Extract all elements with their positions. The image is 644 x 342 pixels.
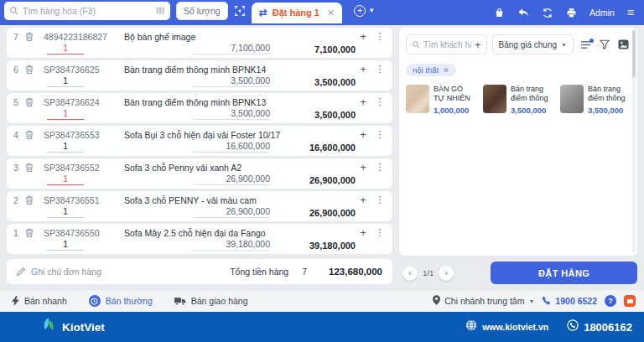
footer-right: www.kiotviet.vn 18006162 xyxy=(465,319,632,334)
row-menu-icon[interactable]: ⋮ xyxy=(374,64,386,75)
quantity-value[interactable]: 1 xyxy=(47,141,84,153)
mode-normal-sale[interactable]: Bán thường xyxy=(89,295,153,307)
increase-quantity-button[interactable]: + xyxy=(352,63,374,75)
trash-icon[interactable] xyxy=(25,65,44,75)
panel-scrollbar[interactable] xyxy=(632,30,636,253)
scrollbar-thumb[interactable] xyxy=(632,30,636,77)
active-filters-row: nội thất ✕ xyxy=(406,61,629,76)
line-total: 26,900,000 xyxy=(283,208,356,218)
add-tab-icon[interactable]: + xyxy=(354,5,366,17)
undo-return-icon[interactable] xyxy=(517,8,529,18)
quantity-value[interactable]: 1 xyxy=(47,239,84,251)
unit-price[interactable]: 7,100,000 xyxy=(193,43,270,54)
website-url: www.kiotviet.vn xyxy=(482,322,548,332)
swap-arrows-icon: ⇄ xyxy=(259,7,267,18)
row-menu-icon[interactable]: ⋮ xyxy=(374,96,386,107)
quantity-value[interactable]: 1 xyxy=(47,43,84,54)
order-tab[interactable]: ⇄ Đặt hàng 1 ✕ xyxy=(252,3,343,23)
add-customer-icon[interactable]: + xyxy=(475,39,481,51)
add-tab-control[interactable]: + ▼ xyxy=(354,5,375,17)
price-book-dropdown[interactable]: Bảng giá chung ▼ xyxy=(492,34,574,54)
sale-mode-bar: Bán nhanh Bán thường Bán giao hàng Chi n… xyxy=(0,289,644,312)
trash-icon[interactable] xyxy=(25,163,44,173)
product-card-price: 3,500,000 xyxy=(511,106,552,115)
line-total: 26,900,000 xyxy=(283,175,356,185)
increase-quantity-button[interactable]: + xyxy=(352,128,374,141)
product-card[interactable]: BÀN GỖ TỰ NHIÊN 1,000,000 xyxy=(406,85,475,115)
row-menu-icon[interactable]: ⋮ xyxy=(374,227,386,238)
hotline-link[interactable]: 18006162 xyxy=(567,319,632,334)
row-menu-icon[interactable]: ⋮ xyxy=(374,31,386,42)
tab-close-icon[interactable]: ✕ xyxy=(327,8,335,18)
line-total: 7,100,000 xyxy=(283,44,356,54)
remove-tag-icon[interactable]: ✕ xyxy=(443,66,449,75)
order-row: 1 SP384736550 Sofa Mây 2.5 chỗ hiện đại … xyxy=(7,224,392,254)
increase-quantity-button[interactable]: + xyxy=(352,161,374,174)
trash-icon[interactable] xyxy=(25,195,44,205)
tab-dropdown-caret-icon[interactable]: ▼ xyxy=(368,7,375,14)
sync-icon[interactable] xyxy=(542,8,553,18)
row-menu-icon[interactable]: ⋮ xyxy=(374,129,386,140)
shopping-bag-icon[interactable] xyxy=(494,8,505,18)
customer-search-input[interactable] xyxy=(423,40,471,49)
trash-icon[interactable] xyxy=(25,97,44,107)
row-menu-icon[interactable]: ⋮ xyxy=(374,162,386,173)
order-row: 2 SP384736551 Sofa 3 chỗ PENNY - vải màu… xyxy=(7,191,392,221)
page-next-button[interactable]: › xyxy=(439,266,454,281)
unit-price[interactable]: 3,500,000 xyxy=(193,75,270,87)
hamburger-menu-icon[interactable]: ≡ xyxy=(627,7,634,18)
trash-icon[interactable] xyxy=(25,32,44,42)
unit-price[interactable]: 26,900,000 xyxy=(193,174,270,185)
customer-search-box[interactable]: + xyxy=(406,34,487,54)
filter-tag[interactable]: nội thất ✕ xyxy=(406,64,456,76)
barcode-icon[interactable] xyxy=(156,3,165,18)
admin-user-label[interactable]: Admin xyxy=(589,8,615,18)
product-name: Sofa Mây 2.5 chỗ hiện đại da Fango xyxy=(124,228,352,238)
website-link[interactable]: www.kiotviet.vn xyxy=(465,319,548,334)
panel-bottom-row: ‹ 1/1 › ĐẶT HÀNG xyxy=(399,256,637,289)
product-card[interactable]: Bàn trang điểm thông minh.. 3,500,000 xyxy=(560,85,629,115)
mode-quick-sale[interactable]: Bán nhanh xyxy=(12,296,67,306)
quantity-value[interactable]: 1 xyxy=(47,75,84,87)
trash-icon[interactable] xyxy=(25,228,44,238)
product-image xyxy=(406,85,429,113)
product-code: SP384736624 xyxy=(44,97,124,107)
page-prev-button[interactable]: ‹ xyxy=(402,266,418,281)
quantity-value[interactable]: 1 xyxy=(47,206,84,218)
unit-price[interactable]: 39,180,000 xyxy=(193,239,270,251)
place-order-button[interactable]: ĐẶT HÀNG xyxy=(491,262,637,284)
order-note-input[interactable] xyxy=(31,267,230,277)
list-view-icon[interactable] xyxy=(580,40,591,49)
hotline-number: 18006162 xyxy=(584,321,632,334)
product-card[interactable]: Bàn trang điểm thông minh.. 3,500,000 xyxy=(483,85,552,115)
increase-quantity-button[interactable]: + xyxy=(352,96,374,108)
unit-price[interactable]: 16,600,000 xyxy=(193,141,270,153)
row-index: 1 xyxy=(13,228,25,238)
image-view-icon[interactable] xyxy=(618,39,629,49)
order-row-price-line: 1 7,100,000 7,100,000 xyxy=(13,43,386,54)
row-menu-icon[interactable]: ⋮ xyxy=(374,194,386,205)
product-name: Sofa Bụi 3 chỗ hiện đại vải Foster 10/17 xyxy=(124,130,352,140)
help-icon[interactable]: ? xyxy=(605,295,616,307)
support-phone[interactable]: 1900 6522 xyxy=(542,296,597,307)
quantity-mode-button[interactable]: Số lượng xyxy=(176,2,228,20)
unit-price[interactable]: 26,900,000 xyxy=(193,206,270,218)
trash-icon[interactable] xyxy=(25,130,44,140)
fullscreen-scan-icon[interactable] xyxy=(234,5,246,17)
increase-quantity-button[interactable]: + xyxy=(352,30,374,43)
kiotviet-logo-icon xyxy=(42,317,57,337)
pagination: ‹ 1/1 › xyxy=(402,266,454,281)
unit-price[interactable]: 3,500,000 xyxy=(193,108,270,120)
support-chat-icon[interactable] xyxy=(624,295,636,307)
product-search-box[interactable] xyxy=(4,2,170,20)
increase-quantity-button[interactable]: + xyxy=(352,194,374,206)
printer-icon[interactable] xyxy=(566,8,577,18)
product-search-input[interactable] xyxy=(23,6,152,16)
filter-funnel-icon[interactable] xyxy=(600,39,610,49)
mode-delivery-sale[interactable]: Bán giao hàng xyxy=(174,296,248,306)
quantity-value[interactable]: 1 xyxy=(47,108,84,120)
lightning-icon xyxy=(12,296,19,306)
quantity-value[interactable]: 1 xyxy=(47,174,84,185)
branch-selector[interactable]: Chi nhánh trung tâm ▼ xyxy=(433,295,534,307)
increase-quantity-button[interactable]: + xyxy=(352,226,374,239)
